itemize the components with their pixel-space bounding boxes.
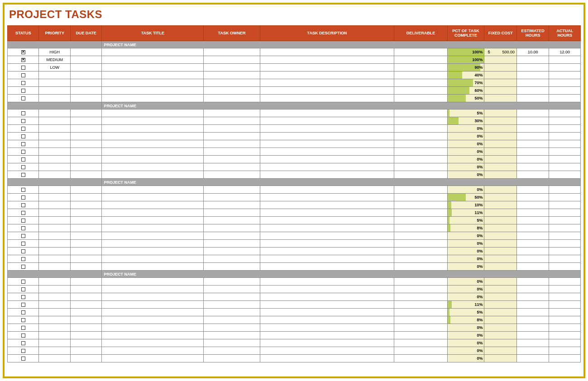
cell-fixed-cost[interactable] [484,347,517,355]
cell-status[interactable] [8,286,39,293]
cell-priority[interactable] [39,110,70,117]
cell-pct-complete[interactable]: 0% [447,355,484,362]
cell-fixed-cost[interactable] [484,286,517,293]
cell-status[interactable] [8,240,39,248]
cell-status[interactable] [8,201,39,209]
status-checkbox[interactable] [21,326,25,330]
cell-fixed-cost[interactable] [484,309,517,316]
cell-status[interactable] [8,217,39,224]
cell-deliverable[interactable] [394,316,448,324]
cell-fixed-cost[interactable] [484,232,517,240]
cell-fixed-cost[interactable] [484,140,517,148]
cell-deliverable[interactable] [394,255,448,263]
cell-pct-complete[interactable]: 10% [447,201,484,209]
cell-task-description[interactable] [260,293,394,301]
cell-due-date[interactable] [70,110,101,117]
cell-act-hours[interactable] [549,224,581,232]
cell-task-title[interactable] [102,255,204,263]
cell-task-owner[interactable] [204,117,260,125]
cell-est-hours[interactable] [516,255,549,263]
cell-task-description[interactable] [260,309,394,316]
cell-task-description[interactable] [260,186,394,194]
cell-deliverable[interactable] [394,194,448,201]
cell-deliverable[interactable] [394,240,448,248]
cell-due-date[interactable] [70,148,101,156]
status-checkbox[interactable] [21,173,25,177]
cell-pct-complete[interactable]: 5% [447,217,484,224]
cell-task-owner[interactable] [204,95,260,102]
cell-deliverable[interactable] [394,133,448,140]
cell-act-hours[interactable] [549,171,581,179]
cell-act-hours[interactable] [549,140,581,148]
cell-est-hours[interactable] [516,71,549,79]
cell-task-owner[interactable] [204,133,260,140]
cell-pct-complete[interactable]: 0% [447,293,484,301]
cell-est-hours[interactable] [516,95,549,102]
cell-deliverable[interactable] [394,56,448,64]
cell-est-hours[interactable] [516,355,549,362]
cell-act-hours[interactable] [549,148,581,156]
cell-task-description[interactable] [260,224,394,232]
cell-deliverable[interactable] [394,48,448,56]
cell-task-title[interactable] [102,110,204,117]
cell-pct-complete[interactable]: 0% [447,171,484,179]
status-checkbox[interactable] [21,165,25,169]
cell-priority[interactable]: HIGH [39,48,70,56]
status-checkbox[interactable] [21,188,25,192]
cell-est-hours[interactable] [516,316,549,324]
cell-due-date[interactable] [70,186,101,194]
cell-deliverable[interactable] [394,355,448,362]
cell-task-title[interactable] [102,286,204,293]
cell-deliverable[interactable] [394,186,448,194]
cell-fixed-cost[interactable] [484,186,517,194]
cell-act-hours[interactable] [549,117,581,125]
cell-task-owner[interactable] [204,339,260,347]
cell-due-date[interactable] [70,255,101,263]
cell-fixed-cost[interactable] [484,293,517,301]
cell-status[interactable] [8,95,39,102]
cell-est-hours[interactable] [516,64,549,71]
cell-act-hours[interactable] [549,263,581,271]
cell-due-date[interactable] [70,324,101,332]
col-due-date[interactable]: DUE DATE [70,26,101,41]
cell-due-date[interactable] [70,64,101,71]
cell-priority[interactable] [39,125,70,133]
cell-task-description[interactable] [260,133,394,140]
cell-deliverable[interactable] [394,224,448,232]
cell-status[interactable] [8,194,39,201]
cell-status[interactable] [8,48,39,56]
cell-fixed-cost[interactable] [484,263,517,271]
status-checkbox[interactable] [21,96,25,100]
cell-task-owner[interactable] [204,248,260,255]
status-checkbox[interactable] [21,310,25,314]
cell-task-description[interactable] [260,56,394,64]
col-act-hours[interactable]: ACTUAL HOURS [549,26,581,41]
cell-task-title[interactable] [102,171,204,179]
cell-act-hours[interactable] [549,56,581,64]
cell-due-date[interactable] [70,332,101,339]
cell-task-owner[interactable] [204,224,260,232]
cell-priority[interactable] [39,263,70,271]
cell-priority[interactable] [39,316,70,324]
cell-fixed-cost[interactable] [484,71,517,79]
cell-fixed-cost[interactable] [484,255,517,263]
cell-pct-complete[interactable]: 0% [447,125,484,133]
cell-deliverable[interactable] [394,278,448,286]
cell-task-description[interactable] [260,263,394,271]
cell-task-title[interactable] [102,201,204,209]
cell-task-owner[interactable] [204,286,260,293]
cell-priority[interactable] [39,163,70,171]
status-checkbox[interactable] [21,333,25,338]
cell-pct-complete[interactable]: 5% [447,309,484,316]
cell-fixed-cost[interactable] [484,240,517,248]
cell-task-description[interactable] [260,248,394,255]
cell-pct-complete[interactable]: 0% [447,140,484,148]
cell-deliverable[interactable] [394,286,448,293]
cell-fixed-cost[interactable] [484,301,517,309]
cell-status[interactable] [8,324,39,332]
cell-fixed-cost[interactable] [484,355,517,362]
cell-due-date[interactable] [70,125,101,133]
cell-task-owner[interactable] [204,278,260,286]
cell-est-hours[interactable] [516,140,549,148]
cell-task-description[interactable] [260,71,394,79]
